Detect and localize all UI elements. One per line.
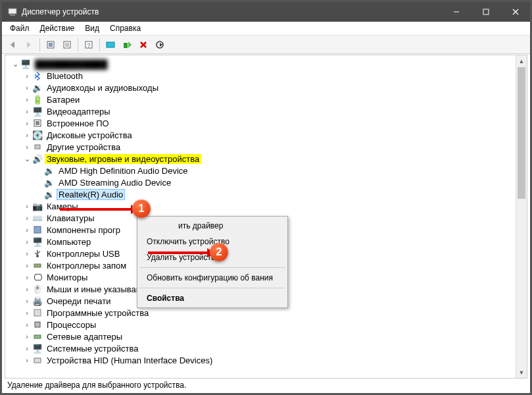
menu-file[interactable]: Файл [5,22,35,34]
svg-rect-17 [124,43,128,48]
software-icon [32,307,43,318]
close-button[interactable] [500,2,530,22]
maximize-button[interactable] [471,2,500,22]
svg-rect-34 [34,335,41,338]
status-text: Удаление драйвера для выбранного устройс… [7,381,186,390]
svg-rect-0 [9,9,16,14]
bluetooth-icon [32,70,43,81]
forward-button[interactable] [21,37,37,53]
tree-leaf-realtek[interactable]: 🔉Realtek(R) Audio [7,188,527,200]
tree-node-firmware[interactable]: ›Встроенное ПО [7,117,527,129]
svg-marker-22 [160,43,162,47]
display-adapter-icon: 🖥️ [32,106,43,117]
tree-node-system[interactable]: ›🖥️Системные устройства [7,342,527,354]
back-button[interactable] [5,37,20,53]
svg-rect-16 [107,42,114,47]
mouse-icon: 🖱️ [32,284,43,294]
uninstall-button[interactable] [135,37,151,53]
annotation-badge-2: 2 [210,243,228,261]
tree-root[interactable]: ⌄🖥️████████████ [7,58,527,70]
svg-rect-33 [35,322,40,327]
other-devices-icon [32,142,43,152]
disk-icon: 💽 [32,130,43,140]
disable-button[interactable] [152,37,168,53]
titlebar: Диспетчер устройств [2,2,530,22]
svg-rect-26 [34,226,41,233]
audio-io-icon: 🔉 [32,82,43,93]
scan-button[interactable] [103,37,118,53]
svg-rect-3 [483,9,489,14]
tree-node-display[interactable]: ›🖥️Видеоадаптеры [7,105,527,117]
cpu-icon [32,319,43,330]
show-hidden-button[interactable] [43,37,59,53]
svg-rect-35 [34,358,41,363]
tree-node-network[interactable]: ›Сетевые адаптеры [7,330,527,342]
annotation-arrow-1 [60,208,132,211]
svg-text:?: ? [87,42,90,49]
svg-rect-1 [10,14,15,16]
speaker-icon: 🔉 [44,177,55,188]
speaker-icon: 🔉 [44,189,55,199]
monitor-icon: 🖵 [32,272,43,282]
memory-icon [32,260,43,271]
ctx-scan-hardware[interactable]: Обновить конфигурацию об вания [139,270,286,286]
app-icon [7,7,18,17]
menu-help[interactable]: Справка [105,22,146,34]
tree-node-sound-video[interactable]: ⌄🔊Звуковые, игровые и видеоустройства [7,153,527,165]
update-button[interactable] [119,37,135,53]
ctx-separator [139,267,285,268]
svg-rect-31 [34,264,41,267]
battery-icon: 🔋 [32,94,43,105]
toolbar: ? [2,36,530,54]
help-button[interactable]: ? [81,37,97,53]
camera-icon: 📷 [32,201,43,211]
minimize-button[interactable] [441,2,471,22]
tree-node-disks[interactable]: ›💽Дисковые устройства [7,129,527,141]
window-title: Диспетчер устройств [22,7,441,16]
scroll-down-button[interactable]: ▼ [516,367,527,378]
tree-leaf-amd-hd-audio[interactable]: 🔉AMD High Definition Audio Device [7,165,527,176]
ctx-properties[interactable]: Свойства [139,290,286,306]
usb-icon [32,248,43,259]
sound-video-icon: 🔊 [32,153,43,164]
tree-node-processors[interactable]: ›Процессоры [7,319,527,330]
tree-node-bluetooth[interactable]: ›Bluetooth [7,70,527,82]
svg-rect-24 [36,121,39,125]
keyboard-icon: ⌨️ [32,213,43,223]
svg-marker-7 [27,41,31,48]
vertical-scrollbar[interactable]: ▲ ▼ [516,55,527,378]
tree-leaf-amd-streaming[interactable]: 🔉AMD Streaming Audio Device [7,176,527,188]
tree-node-audio-io[interactable]: ›🔉Аудиовходы и аудиовыходы [7,82,527,93]
printer-icon: 🖨️ [32,296,43,306]
menubar: Файл Действие Вид Справка [2,22,530,36]
components-icon [32,224,43,235]
hid-icon [32,355,43,365]
status-bar: Удаление драйвера для выбранного устройс… [5,379,527,391]
computer-icon: 🖥️ [20,59,31,69]
tree-node-other[interactable]: ›Другие устройства [7,141,527,153]
window-controls [441,2,530,22]
device-tree: ⌄🖥️████████████ ›Bluetooth ›🔉Аудиовходы … [5,55,527,369]
ctx-update-driver[interactable]: ить драйвер [139,218,286,234]
ctx-separator [139,288,285,288]
scroll-up-button[interactable]: ▲ [516,55,527,66]
context-menu: ить драйвер Отключить устройство Удалить… [137,216,288,308]
svg-rect-9 [49,43,53,47]
tree-node-batteries[interactable]: ›🔋Батареи [7,93,527,105]
tree-node-hid[interactable]: ›Устройства HID (Human Interface Devices… [7,354,527,366]
root-label: ████████████ [33,59,110,69]
firmware-icon [32,118,43,128]
menu-view[interactable]: Вид [80,22,105,34]
properties-button[interactable] [59,37,75,53]
tree-node-software-dev[interactable]: ›Программные устройства [7,307,527,319]
svg-marker-6 [11,41,14,48]
computer-icon: 🖥️ [32,236,43,247]
svg-marker-18 [128,41,132,48]
system-icon: 🖥️ [32,343,43,354]
speaker-icon: 🔉 [44,165,55,176]
svg-rect-32 [34,309,41,316]
menu-action[interactable]: Действие [35,22,80,34]
svg-rect-25 [35,145,40,149]
annotation-arrow-2 [148,251,208,254]
scroll-thumb[interactable] [518,67,525,199]
